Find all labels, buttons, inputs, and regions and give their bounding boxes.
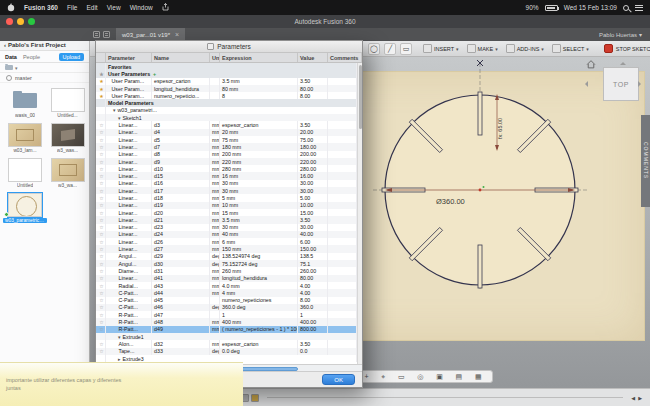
stop-sketch-button[interactable]: STOP SKETCH bbox=[600, 44, 650, 53]
favorite-star-icon[interactable]: ☆ bbox=[96, 143, 106, 150]
sticky-note[interactable]: importante utilizar diferentes capas y d… bbox=[0, 362, 243, 406]
data-panel-item[interactable]: w03_lam... bbox=[3, 123, 47, 153]
favorite-star-icon[interactable]: ☆ bbox=[96, 121, 106, 128]
menubar-clock[interactable]: Wed 15 Feb 13:09 bbox=[564, 4, 617, 11]
folder-filter-row[interactable]: ▾ bbox=[0, 63, 89, 73]
data-panel-item[interactable]: Untitled... bbox=[49, 88, 86, 118]
param-tree-row[interactable]: ▾w03_parametri... bbox=[96, 107, 357, 114]
favorite-star-icon[interactable]: ☆ bbox=[96, 202, 106, 209]
favorite-star-icon[interactable]: ☆ bbox=[96, 304, 106, 311]
look-at-icon[interactable]: ▣ bbox=[436, 373, 443, 380]
param-expression-cell[interactable]: 16 mm bbox=[220, 172, 298, 179]
param-expression-cell[interactable]: 220 mm bbox=[220, 158, 298, 165]
param-expression-cell[interactable]: 400 mm bbox=[220, 318, 298, 325]
param-comments-cell[interactable] bbox=[328, 260, 357, 267]
param-tree-row[interactable]: ▾Extrude1 bbox=[96, 333, 357, 340]
param-row[interactable]: ☆R-Patt...d49mm( numero_repeticiones - 1… bbox=[96, 326, 357, 333]
param-row[interactable]: ☆Alon...d32mmespesor_carton3.50 bbox=[96, 340, 357, 347]
favorite-star-icon[interactable]: ☆ bbox=[96, 231, 106, 238]
favorite-star-icon[interactable]: ☆ bbox=[96, 224, 106, 231]
viewcube-rotate-right-icon[interactable] bbox=[638, 81, 644, 87]
menu-file[interactable]: File bbox=[67, 4, 77, 11]
param-comments-cell[interactable] bbox=[328, 143, 357, 150]
param-comments-cell[interactable] bbox=[328, 158, 357, 165]
param-row[interactable]: ☆Linear...d3mmespesor_carton3.50 bbox=[96, 121, 357, 128]
param-comments-cell[interactable] bbox=[328, 216, 357, 223]
favorite-star-icon[interactable]: ☆ bbox=[96, 151, 106, 158]
tree-caret-icon[interactable]: ▾ bbox=[118, 334, 121, 340]
data-panel-item[interactable]: wasis_00 bbox=[3, 88, 47, 118]
favorite-star-icon[interactable]: ☆ bbox=[96, 267, 106, 274]
param-expression-cell[interactable]: longitud_hendidura bbox=[220, 275, 298, 282]
data-panel-toggle-icon[interactable] bbox=[93, 31, 100, 38]
param-expression-cell[interactable]: numero_repeticiones bbox=[220, 297, 298, 304]
param-comments-cell[interactable] bbox=[328, 282, 357, 289]
param-expression-cell[interactable]: 360.0 deg bbox=[220, 304, 298, 311]
param-expression-cell[interactable]: 3.5 mm bbox=[220, 78, 298, 85]
param-comments-cell[interactable] bbox=[328, 253, 357, 260]
param-comments-cell[interactable] bbox=[328, 129, 357, 136]
param-row[interactable]: ☆R-Patt...d4711 bbox=[96, 311, 357, 318]
param-group-row[interactable]: Model Parameters bbox=[96, 99, 357, 106]
favorite-star-icon[interactable]: ☆ bbox=[96, 326, 106, 333]
param-expression-cell[interactable]: 30 mm bbox=[220, 224, 298, 231]
param-comments-cell[interactable] bbox=[328, 304, 357, 311]
param-comments-cell[interactable] bbox=[328, 187, 357, 194]
param-expression-cell[interactable]: espesor_carton bbox=[220, 340, 298, 347]
param-row[interactable]: ☆R-Patt...d48mm400 mm400.00 bbox=[96, 318, 357, 325]
grid-layout-icon[interactable]: ▦ bbox=[475, 373, 482, 380]
close-window-button[interactable] bbox=[6, 18, 13, 25]
param-comments-cell[interactable] bbox=[328, 311, 357, 318]
ok-button[interactable]: OK bbox=[322, 374, 355, 385]
tree-caret-icon[interactable]: ▾ bbox=[113, 107, 116, 113]
param-expression-cell[interactable]: ( numero_repeticiones - 1 ) * 100 mm bbox=[220, 326, 298, 333]
param-expression-cell[interactable]: 0.0 deg bbox=[220, 348, 298, 355]
param-row[interactable]: ☆Linear...d5mm75 mm75.00 bbox=[96, 136, 357, 143]
param-row[interactable]: ☆Linear...d9mm220 mm220.00 bbox=[96, 158, 357, 165]
param-row[interactable]: ☆Linear...d17mm30 mm30.00 bbox=[96, 187, 357, 194]
param-row[interactable]: ☆Diame...d31mm260 mm260.00 bbox=[96, 267, 357, 274]
menu-window[interactable]: Window bbox=[130, 4, 153, 11]
param-row[interactable]: ★User Param...numero_repeticio...88.00 bbox=[96, 92, 357, 99]
param-expression-cell[interactable]: 30 mm bbox=[220, 180, 298, 187]
param-row[interactable]: ☆Linear...d15mm16 mm16.00 bbox=[96, 172, 357, 179]
param-expression-cell[interactable]: 1 bbox=[220, 311, 298, 318]
param-row[interactable]: ☆Tape...d33deg0.0 deg0.0 bbox=[96, 348, 357, 355]
param-expression-cell[interactable]: 40 mm bbox=[220, 231, 298, 238]
favorite-star-icon[interactable]: ★ bbox=[96, 70, 106, 77]
param-row[interactable]: ☆Angul...d29deg138.524974 deg138.5 bbox=[96, 253, 357, 260]
toolbar-menu-insert[interactable]: INSERT▾ bbox=[420, 44, 462, 53]
param-row[interactable]: ☆Linear...d8mm200 mm200.00 bbox=[96, 151, 357, 158]
menu-edit[interactable]: Edit bbox=[86, 4, 97, 11]
param-comments-cell[interactable] bbox=[328, 194, 357, 201]
menu-view[interactable]: View bbox=[107, 4, 121, 11]
favorite-star-icon[interactable]: ☆ bbox=[96, 348, 106, 355]
favorite-star-icon[interactable]: ☆ bbox=[96, 194, 106, 201]
favorite-star-icon[interactable]: ☆ bbox=[96, 318, 106, 325]
param-row[interactable]: ☆Linear...d21mm3.5 mm3.50 bbox=[96, 216, 357, 223]
param-comments-cell[interactable] bbox=[328, 267, 357, 274]
column-header-comments[interactable]: Comments bbox=[328, 53, 362, 62]
favorite-star-icon[interactable]: ☆ bbox=[96, 340, 106, 347]
favorite-star-icon[interactable]: ☆ bbox=[96, 165, 106, 172]
zoom-icon[interactable]: ⌖ bbox=[381, 373, 385, 380]
timeline-feature-icon[interactable] bbox=[251, 394, 259, 402]
column-header-expression[interactable]: Expression bbox=[220, 53, 298, 62]
param-comments-cell[interactable] bbox=[328, 165, 357, 172]
vertical-scrollbar[interactable] bbox=[357, 63, 362, 364]
favorite-star-icon[interactable]: ☆ bbox=[96, 282, 106, 289]
param-row[interactable]: ☆Linear...d24mm40 mm40.00 bbox=[96, 231, 357, 238]
data-panel-item[interactable]: w3_wa... bbox=[49, 158, 86, 188]
add-parameter-icon[interactable]: + bbox=[153, 71, 156, 77]
file-menu-icon[interactable] bbox=[103, 31, 110, 38]
param-expression-cell[interactable]: 150 mm bbox=[220, 245, 298, 252]
param-comments-cell[interactable] bbox=[328, 151, 357, 158]
param-expression-cell[interactable]: 10 mm bbox=[220, 202, 298, 209]
favorite-star-icon[interactable]: ☆ bbox=[96, 238, 106, 245]
param-expression-cell[interactable]: 6 mm bbox=[220, 238, 298, 245]
param-row[interactable]: ☆Linear...d23mm30 mm30.00 bbox=[96, 224, 357, 231]
favorite-star-icon[interactable]: ☆ bbox=[96, 136, 106, 143]
param-group-row[interactable]: Favorites bbox=[96, 63, 357, 70]
param-expression-cell[interactable]: 260 mm bbox=[220, 267, 298, 274]
data-panel-item[interactable]: Untitled bbox=[3, 158, 47, 188]
